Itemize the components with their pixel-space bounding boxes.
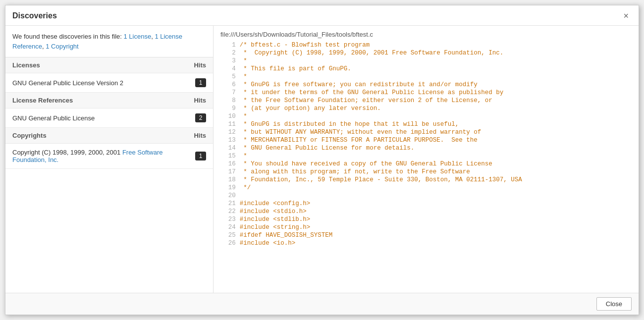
- table-row: 13 * MERCHANTABILITY or FITNESS FOR A PA…: [218, 136, 634, 144]
- dialog-body: We found these discoveries in this file:…: [5, 26, 639, 293]
- line-number: 17: [218, 168, 238, 176]
- line-number: 4: [218, 65, 238, 73]
- license-ref-item-badge-gpl: 2: [195, 113, 206, 122]
- table-row: 25#ifdef HAVE_DOSISH_SYSTEM: [218, 231, 634, 239]
- line-number: 18: [218, 176, 238, 184]
- license-item-badge-gpl2: 1: [195, 78, 206, 87]
- line-code: #include <stdio.h>: [238, 208, 634, 215]
- table-row: 16 * You should have received a copy of …: [218, 160, 634, 168]
- file-path: file:///Users/sh/Downloads/Tutorial_File…: [214, 26, 639, 41]
- copyright-item-label-fsf: Copyright (C) 1998, 1999, 2000, 2001 Fre…: [12, 149, 195, 163]
- line-code: *: [238, 112, 634, 120]
- table-row: 2 * Copyright (C) 1998, 1999, 2000, 2001…: [218, 49, 634, 57]
- copyright-item-fsf[interactable]: Copyright (C) 1998, 1999, 2000, 2001 Fre…: [5, 144, 213, 169]
- copyright-item-badge-fsf: 1: [195, 152, 206, 160]
- line-number: 11: [218, 120, 238, 128]
- summary-license: 1 License: [124, 33, 152, 40]
- table-row: 11 * GnuPG is distributed in the hope th…: [218, 120, 634, 128]
- license-item-gpl2[interactable]: GNU General Public License Version 2 1: [5, 73, 213, 93]
- table-row: 5 *: [218, 73, 634, 81]
- table-row: 26#include <io.h>: [218, 239, 634, 247]
- section-header-copyrights: Copyrights Hits: [5, 128, 213, 144]
- dialog-close-icon-button[interactable]: ×: [620, 10, 632, 21]
- right-panel: file:///Users/sh/Downloads/Tutorial_File…: [214, 26, 639, 293]
- line-code: *: [238, 152, 634, 160]
- table-row: 3 *: [218, 57, 634, 65]
- summary-text: We found these discoveries in this file:…: [5, 26, 213, 57]
- license-ref-item-label-gpl: GNU General Public License: [12, 114, 95, 122]
- line-number: 14: [218, 144, 238, 152]
- section-header-licenses: Licenses Hits: [5, 57, 213, 73]
- line-code: #include <string.h>: [238, 223, 634, 231]
- table-row: 12 * but WITHOUT ANY WARRANTY; without e…: [218, 128, 634, 136]
- copyright-plain-text: Copyright (C) 1998, 1999, 2000, 2001: [12, 149, 122, 156]
- line-code: * it under the terms of the GNU General …: [238, 89, 634, 97]
- discoveries-dialog: Discoveries × We found these discoveries…: [5, 5, 639, 315]
- summary-before: We found these discoveries in this file:: [12, 33, 124, 40]
- line-number: 9: [218, 105, 238, 112]
- section-header-license-refs: License References Hits: [5, 93, 213, 108]
- line-number: 7: [218, 89, 238, 97]
- line-number: 19: [218, 184, 238, 192]
- line-number: 5: [218, 73, 238, 81]
- table-row: 19 */: [218, 184, 634, 192]
- line-code: * MERCHANTABILITY or FITNESS FOR A PARTI…: [238, 136, 634, 144]
- section-label-licenses: Licenses: [12, 61, 40, 69]
- line-number: 15: [218, 152, 238, 160]
- table-row: 6 * GnuPG is free software; you can redi…: [218, 81, 634, 89]
- section-hits-license-refs: Hits: [194, 97, 206, 104]
- line-code: * GNU General Public License for more de…: [238, 144, 634, 152]
- line-code: #ifdef HAVE_DOSISH_SYSTEM: [238, 231, 634, 239]
- line-code: #include <config.h>: [238, 200, 634, 208]
- license-ref-item-gpl[interactable]: GNU General Public License 2: [5, 108, 213, 128]
- code-table: 1/* bftest.c - Blowfish test program2 * …: [218, 41, 634, 247]
- line-code: * Foundation, Inc., 59 Temple Place - Su…: [238, 176, 634, 184]
- line-number: 1: [218, 41, 238, 49]
- line-number: 12: [218, 128, 238, 136]
- line-number: 6: [218, 81, 238, 89]
- line-code: * the Free Software Foundation; either v…: [238, 97, 634, 105]
- left-panel: We found these discoveries in this file:…: [5, 26, 214, 293]
- table-row: 15 *: [218, 152, 634, 160]
- dialog-header: Discoveries ×: [5, 5, 639, 26]
- section-label-license-refs: License References: [12, 97, 73, 104]
- line-number: 26: [218, 239, 238, 247]
- line-number: 24: [218, 223, 238, 231]
- dialog-footer: Close: [5, 293, 639, 315]
- line-number: 16: [218, 160, 238, 168]
- line-code: * (at your option) any later version.: [238, 105, 634, 112]
- table-row: 18 * Foundation, Inc., 59 Temple Place -…: [218, 176, 634, 184]
- line-code: * GnuPG is distributed in the hope that …: [238, 120, 634, 128]
- line-number: 25: [218, 231, 238, 239]
- line-number: 10: [218, 112, 238, 120]
- line-code: *: [238, 73, 634, 81]
- section-hits-copyrights: Hits: [194, 132, 206, 139]
- line-number: 23: [218, 215, 238, 223]
- table-row: 10 *: [218, 112, 634, 120]
- table-row: 22#include <stdio.h>: [218, 208, 634, 215]
- line-code: * GnuPG is free software; you can redist…: [238, 81, 634, 89]
- table-row: 20: [218, 192, 634, 200]
- line-code: #include <io.h>: [238, 239, 634, 247]
- table-row: 1/* bftest.c - Blowfish test program: [218, 41, 634, 49]
- table-row: 9 * (at your option) any later version.: [218, 105, 634, 112]
- summary-copyright: 1 Copyright: [46, 43, 78, 50]
- table-row: 17 * along with this program; if not, wr…: [218, 168, 634, 176]
- line-number: 2: [218, 49, 238, 57]
- line-code: * This file is part of GnuPG.: [238, 65, 634, 73]
- line-number: 8: [218, 97, 238, 105]
- line-code: * Copyright (C) 1998, 1999, 2000, 2001 F…: [238, 49, 634, 57]
- dialog-title: Discoveries: [12, 11, 57, 20]
- table-row: 4 * This file is part of GnuPG.: [218, 65, 634, 73]
- line-number: 22: [218, 208, 238, 215]
- table-row: 24#include <string.h>: [218, 223, 634, 231]
- line-code: /* bftest.c - Blowfish test program: [238, 41, 634, 49]
- line-number: 20: [218, 192, 238, 200]
- code-area[interactable]: 1/* bftest.c - Blowfish test program2 * …: [214, 41, 639, 293]
- table-row: 23#include <stdlib.h>: [218, 215, 634, 223]
- license-item-label-gpl2: GNU General Public License Version 2: [12, 79, 123, 87]
- close-button[interactable]: Close: [596, 297, 632, 311]
- line-code: * along with this program; if not, write…: [238, 168, 634, 176]
- table-row: 7 * it under the terms of the GNU Genera…: [218, 89, 634, 97]
- section-hits-licenses: Hits: [194, 61, 206, 69]
